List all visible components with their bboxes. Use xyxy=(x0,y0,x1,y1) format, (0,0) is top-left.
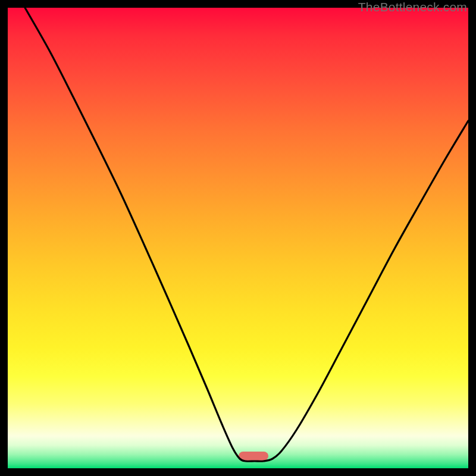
bottleneck-curve xyxy=(8,8,468,468)
watermark-text: TheBottleneck.com xyxy=(358,0,467,14)
